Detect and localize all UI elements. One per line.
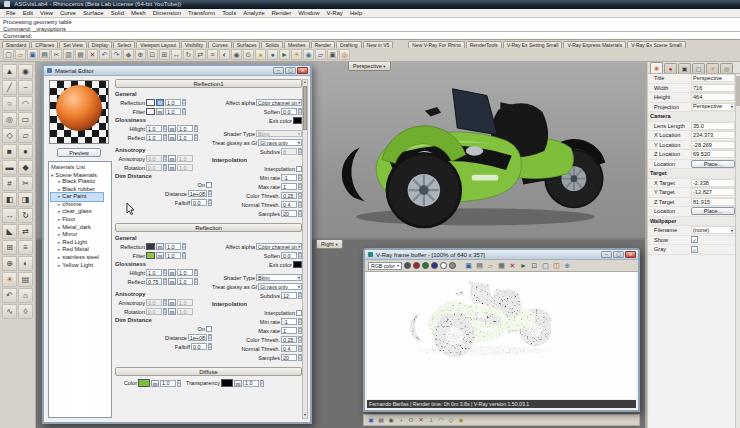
- property-value[interactable]: Place...: [691, 207, 735, 215]
- vray-help-icon[interactable]: ◎: [339, 49, 350, 60]
- map-button[interactable]: m: [168, 269, 176, 276]
- property-value[interactable]: 464: [691, 93, 735, 101]
- curve-tool-icon[interactable]: ~: [18, 80, 33, 95]
- polygon-tool-icon[interactable]: ◇: [2, 128, 17, 143]
- toolbar-tab[interactable]: Visibility: [181, 41, 207, 48]
- value-field[interactable]: -1: [281, 174, 297, 181]
- map-button[interactable]: m: [156, 243, 164, 250]
- value-field[interactable]: 20: [281, 210, 297, 217]
- osnap-near-icon[interactable]: ▤: [377, 416, 385, 424]
- vray-toolbar-tab[interactable]: RenderTools: [466, 41, 502, 48]
- menu-item[interactable]: Solid: [108, 10, 127, 16]
- sphere-tool-icon[interactable]: ●: [18, 144, 33, 159]
- value-field[interactable]: 0.0: [146, 164, 162, 171]
- vray-light-icon[interactable]: ☀: [291, 49, 302, 60]
- close-button[interactable]: ✕: [625, 251, 636, 258]
- map-button[interactable]: m: [168, 299, 176, 306]
- circle-tool-icon[interactable]: ○: [2, 96, 17, 111]
- mono-channel-icon[interactable]: [449, 262, 456, 269]
- menu-item[interactable]: Window: [295, 10, 322, 16]
- value-field[interactable]: 0.25: [281, 336, 297, 343]
- spinner[interactable]: [194, 269, 198, 276]
- toolbar-tab[interactable]: Surfaces: [233, 41, 261, 48]
- close-button[interactable]: ✕: [297, 67, 308, 74]
- color-swatch[interactable]: [138, 379, 150, 387]
- region-render-icon[interactable]: ⊡: [530, 261, 539, 270]
- value-field[interactable]: 0.0: [146, 308, 162, 315]
- shader-type-dropdown[interactable]: Blinn: [256, 130, 302, 137]
- vray-options-icon[interactable]: ●: [255, 49, 266, 60]
- vray-toolbar-tab[interactable]: V-Ray Ex Scene Small: [627, 41, 685, 48]
- toolbar-tab[interactable]: Drafting: [336, 41, 362, 48]
- material-item[interactable]: Black rubber: [51, 186, 111, 194]
- move-icon[interactable]: ↔: [171, 49, 182, 60]
- spinner[interactable]: [182, 108, 186, 115]
- hide-icon[interactable]: ◐: [219, 49, 230, 60]
- value-field[interactable]: 1.0: [177, 164, 193, 171]
- ellipse-tool-icon[interactable]: ◎: [2, 112, 17, 127]
- properties-tab-display[interactable]: ▢: [692, 63, 705, 73]
- property-value[interactable]: -12.827: [691, 188, 735, 196]
- section-header[interactable]: Reflection: [115, 223, 302, 232]
- property-value[interactable]: (none): [691, 226, 735, 234]
- analyze-tool-icon[interactable]: ◊: [18, 304, 33, 319]
- value-field[interactable]: 0.75: [146, 278, 162, 285]
- toolbar-tab[interactable]: Set View: [59, 41, 87, 48]
- map-button[interactable]: m: [168, 155, 176, 162]
- property-value[interactable]: 234.373: [691, 131, 735, 139]
- material-item[interactable]: Mirror: [51, 231, 111, 239]
- map-button[interactable]: m: [156, 252, 164, 259]
- zoom-extents-icon[interactable]: ⊞: [159, 49, 170, 60]
- trim-tool-icon[interactable]: ✂: [18, 176, 33, 191]
- toolbar-tab[interactable]: Solids: [261, 41, 283, 48]
- properties-tool-icon[interactable]: ▤: [18, 272, 33, 287]
- osnap-knot-icon[interactable]: ◆: [457, 416, 465, 424]
- toolbar-tab[interactable]: Standard: [2, 41, 30, 48]
- value-field[interactable]: 0.0: [281, 108, 297, 115]
- channel-dropdown[interactable]: RGB color: [368, 262, 402, 270]
- menu-item[interactable]: View: [37, 10, 56, 16]
- property-value[interactable]: ✓: [691, 246, 698, 253]
- vray-plane-icon[interactable]: ▱: [315, 49, 326, 60]
- osnap-int-icon[interactable]: ✕: [417, 416, 425, 424]
- value-field[interactable]: 0.25: [281, 192, 297, 199]
- pipe-tool-icon[interactable]: ◆: [18, 160, 33, 175]
- osnap-point-icon[interactable]: ◉: [387, 416, 395, 424]
- new-file-icon[interactable]: ▢: [3, 49, 14, 60]
- cylinder-tool-icon[interactable]: ▬: [2, 160, 17, 175]
- toolbar-tab[interactable]: Render: [311, 41, 335, 48]
- select-tool-icon[interactable]: ▲: [2, 64, 17, 79]
- value-field[interactable]: 0.0: [281, 252, 297, 259]
- spinner[interactable]: [194, 278, 198, 285]
- maximize-button[interactable]: ▢: [613, 251, 624, 258]
- line-tool-icon[interactable]: ╱: [2, 80, 17, 95]
- grid-snap-icon[interactable]: ⊙: [243, 49, 254, 60]
- properties-tab-viewport[interactable]: ▣: [678, 63, 691, 73]
- value-field[interactable]: 1.0: [177, 134, 193, 141]
- copy-icon[interactable]: ▥: [63, 49, 74, 60]
- spinner[interactable]: [163, 125, 167, 132]
- minimize-button[interactable]: –: [273, 67, 284, 74]
- vray-material-editor-icon[interactable]: ●: [267, 49, 278, 60]
- color-swatch[interactable]: [221, 379, 233, 387]
- material-item[interactable]: stainless steel: [51, 254, 111, 262]
- delete-icon[interactable]: ✕: [87, 49, 98, 60]
- monitor-icon[interactable]: ▢: [541, 261, 550, 270]
- open-image-icon[interactable]: ▱: [486, 261, 495, 270]
- track-mouse-icon[interactable]: ►: [519, 261, 528, 270]
- shader-type-dropdown[interactable]: Blinn: [256, 274, 302, 281]
- command-input[interactable]: Command:: [0, 32, 740, 40]
- vray-toolbar-tab[interactable]: V-Ray Express Materials: [563, 41, 626, 48]
- toolbar-tab[interactable]: Curves: [208, 41, 232, 48]
- color-correction-icon[interactable]: ⊕: [563, 261, 572, 270]
- spinner[interactable]: [177, 380, 181, 387]
- paste-icon[interactable]: ▦: [75, 49, 86, 60]
- pan-icon[interactable]: ◆: [123, 49, 134, 60]
- property-value[interactable]: -2.338: [691, 179, 735, 187]
- clear-image-icon[interactable]: ▦: [497, 261, 506, 270]
- spinner[interactable]: [194, 125, 198, 132]
- properties-tab-light[interactable]: ☀: [706, 63, 719, 73]
- toolbar-tab[interactable]: New in V5: [363, 41, 394, 48]
- treat-glossy-dropdown[interactable]: GI rays only: [258, 139, 302, 146]
- value-field[interactable]: 1.0: [177, 308, 193, 315]
